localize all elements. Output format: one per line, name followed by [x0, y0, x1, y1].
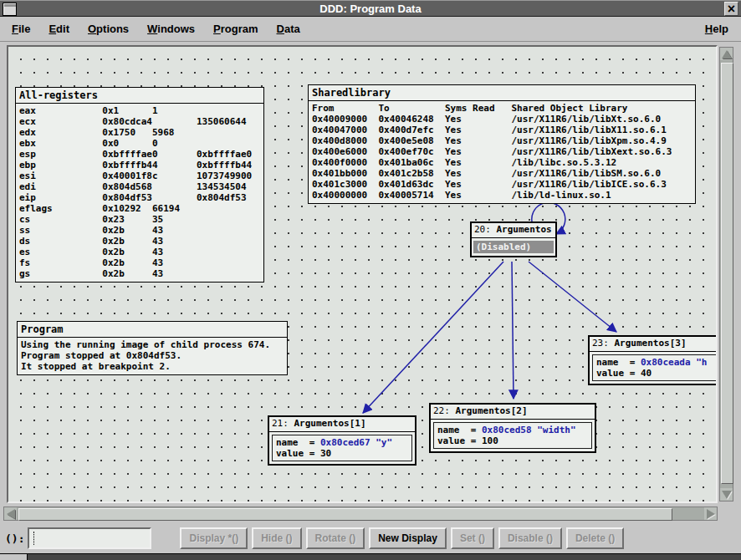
menu-item-help[interactable]: Help [696, 20, 738, 38]
button-display[interactable]: Display *() [180, 527, 248, 549]
menu-item-file[interactable]: File [3, 20, 39, 38]
horizontal-scrollbar[interactable] [3, 507, 718, 521]
vertical-scroll-thumb[interactable] [721, 63, 733, 484]
menu-item-edit[interactable]: Edit [39, 20, 79, 38]
bottom-left-resize-handle[interactable] [0, 554, 28, 560]
display-header[interactable]: 20: Argumentos [472, 223, 555, 238]
toolbar-buttons: Display *()Hide ()Rotate ()New DisplaySe… [180, 527, 624, 549]
button-hide[interactable]: Hide () [252, 527, 301, 549]
registers-text: eax 0x1 1 ecx 0x80cdca4 135060644 edx 0x… [16, 104, 263, 282]
display-node-22[interactable]: 22: Argumentos[2] name = 0x80ced58 "widt… [429, 403, 596, 453]
scroll-right-arrow-icon[interactable] [704, 507, 717, 520]
sharedlibrary-text: From To Syms Read Shared Object Library … [309, 101, 695, 203]
display-header[interactable]: 22: Argumentos[2] [431, 405, 595, 420]
display-status-disabled[interactable]: (Disabled) [473, 241, 554, 253]
argument-toolbar: (): Display *()Hide ()Rotate ()New Displ… [0, 523, 741, 553]
display-header[interactable]: 23: Argumentos[3] [590, 337, 718, 352]
menu-item-options[interactable]: Options [79, 20, 138, 38]
program-text: Using the running image of child process… [18, 338, 287, 374]
display-value-box[interactable]: name = 0x80ced67 "y"value = 30 [272, 435, 412, 461]
scroll-left-arrow-icon[interactable] [4, 507, 17, 520]
display-field-name[interactable]: name = 0x80ced58 "width" [437, 425, 588, 435]
edge-20-23 [529, 262, 616, 332]
display-value-box[interactable]: name = 0x80ceada "hvalue = 40 [592, 354, 718, 381]
titlebar[interactable]: DDD: Program Data × [0, 0, 741, 17]
sharedlibrary-box[interactable]: Sharedlibrary From To Syms Read Shared O… [308, 84, 696, 204]
display-field-value[interactable]: value = 30 [276, 448, 408, 459]
button-rotate[interactable]: Rotate () [306, 527, 365, 549]
menu-item-program[interactable]: Program [204, 20, 267, 38]
menu-item-data[interactable]: Data [268, 20, 309, 38]
button-delete[interactable]: Delete () [566, 527, 624, 549]
display-field-value[interactable]: value = 40 [596, 368, 718, 379]
menubar: FileEditOptionsWindowsProgramData Help [0, 17, 741, 42]
edge-20-21 [363, 262, 503, 413]
display-field-name[interactable]: name = 0x80ceada "h [596, 357, 718, 368]
scroll-up-arrow-icon[interactable] [720, 48, 733, 60]
button-disable[interactable]: Disable () [498, 527, 562, 549]
bottom-resize-frame[interactable] [0, 553, 741, 560]
menu-item-windows[interactable]: Windows [138, 20, 204, 38]
display-header[interactable]: 21: Argumentos[1] [269, 417, 415, 432]
argument-input[interactable] [28, 527, 151, 549]
display-node-23[interactable]: 23: Argumentos[3] name = 0x80ceada "hval… [588, 335, 718, 385]
registers-box[interactable]: All-registers eax 0x1 1 ecx 0x80cdca4 13… [15, 87, 264, 283]
window-menu-icon[interactable] [3, 3, 17, 16]
display-field-value[interactable]: value = 100 [437, 435, 588, 446]
edge-20-22 [512, 262, 514, 399]
display-field-name[interactable]: name = 0x80ced67 "y" [276, 437, 408, 448]
window-title: DDD: Program Data [0, 3, 741, 15]
text-cursor [33, 532, 35, 545]
scroll-down-arrow-icon[interactable] [720, 488, 733, 501]
display-node-20[interactable]: 20: Argumentos (Disabled) [470, 221, 557, 257]
argument-prompt-label: (): [5, 532, 24, 545]
sharedlibrary-title: Sharedlibrary [309, 85, 695, 101]
horizontal-scroll-thumb[interactable] [18, 508, 672, 521]
registers-title: All-registers [16, 88, 263, 104]
vertical-scrollbar[interactable] [719, 47, 733, 501]
display-value-box[interactable]: name = 0x80ced58 "width"value = 100 [433, 422, 592, 449]
button-set[interactable]: Set () [451, 527, 494, 549]
ddd-program-data-window: DDD: Program Data × FileEditOptionsWindo… [0, 0, 741, 560]
program-box[interactable]: Program Using the running image of child… [17, 321, 288, 375]
close-icon[interactable]: × [724, 2, 738, 16]
menu-items: FileEditOptionsWindowsProgramData [3, 20, 309, 38]
data-canvas[interactable]: All-registers eax 0x1 1 ecx 0x80cdca4 13… [7, 45, 718, 503]
button-new-display[interactable]: New Display [369, 527, 447, 549]
display-node-21[interactable]: 21: Argumentos[1] name = 0x80ced67 "y"va… [268, 415, 416, 466]
program-title: Program [18, 322, 287, 338]
